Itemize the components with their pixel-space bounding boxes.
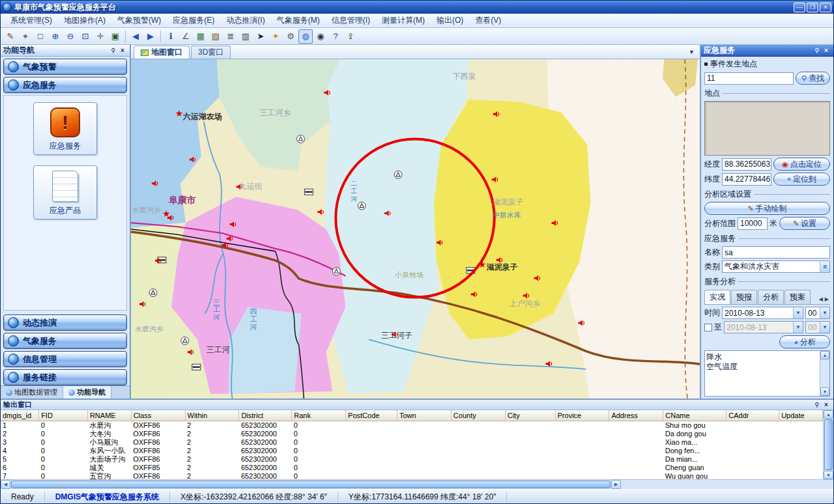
- event-location-input[interactable]: 11: [704, 72, 794, 85]
- close-icon[interactable]: ×: [118, 47, 127, 54]
- range-set-button[interactable]: ✎ 设置: [779, 217, 830, 230]
- search-button[interactable]: ⚲ 查找: [796, 72, 830, 85]
- menu-item[interactable]: 信息管理(I): [326, 13, 376, 28]
- column-header[interactable]: Provice: [555, 410, 609, 421]
- nav-group-动态推演[interactable]: 动态推演: [3, 315, 127, 331]
- end-hour-combobox[interactable]: 00 ▼: [805, 321, 830, 333]
- service-tab-预案[interactable]: 预案: [784, 290, 811, 304]
- nav-tab-功能导航[interactable]: 功能导航: [63, 386, 111, 399]
- map-tab-3D窗口[interactable]: 3D窗口: [191, 46, 231, 59]
- menu-item[interactable]: 查看(V): [469, 13, 507, 28]
- help-icon[interactable]: ?: [328, 29, 343, 44]
- zoom-out-icon[interactable]: ⊖: [63, 29, 78, 44]
- longitude-input[interactable]: 88.36255063: [722, 158, 771, 171]
- menu-item[interactable]: 气象服务(M): [271, 13, 326, 28]
- table-row[interactable]: 30小马厩沟OXFF8626523020000Xiao ma...: [1, 438, 823, 447]
- layers-icon[interactable]: ≣: [223, 29, 238, 44]
- nav-group-气象服务[interactable]: 气象服务: [3, 333, 127, 349]
- minimize-button[interactable]: —: [794, 3, 805, 12]
- listbox-scrollbar[interactable]: ▲ ▼: [820, 351, 829, 396]
- click-locate-button[interactable]: ◉ 点击定位: [773, 158, 830, 171]
- export-icon[interactable]: ⇪: [343, 29, 358, 44]
- list-item[interactable]: 空气温度: [706, 361, 818, 371]
- column-header[interactable]: RNAME: [87, 410, 131, 421]
- scroll-up-icon[interactable]: ▲: [824, 410, 833, 419]
- pin-icon[interactable]: ⚲: [109, 47, 118, 54]
- site-circle-marker-icon[interactable]: [394, 171, 402, 178]
- scroll-down-icon[interactable]: ▼: [820, 387, 829, 396]
- column-header[interactable]: CName: [663, 410, 726, 421]
- column-header[interactable]: City: [505, 410, 555, 421]
- column-header[interactable]: County: [451, 410, 505, 421]
- nav-group-气象预警[interactable]: 气象预警: [3, 59, 127, 75]
- site-circle-marker-icon[interactable]: [181, 337, 189, 344]
- pin-icon[interactable]: ⚲: [812, 47, 822, 54]
- menu-item[interactable]: 系统管理(S): [5, 13, 58, 28]
- table-row[interactable]: 50大面场子沟OXFF8626523020000Da mian...: [1, 455, 823, 464]
- end-date-combobox[interactable]: 2010-08-13 ▼: [724, 321, 803, 333]
- flag-marker-icon[interactable]: [304, 189, 313, 195]
- nav-group-信息管理[interactable]: 信息管理: [3, 351, 127, 367]
- column-header[interactable]: CAddr: [726, 410, 779, 421]
- element-listbox[interactable]: 降水空气温度 ▲ ▼: [704, 350, 830, 397]
- select-crosshair-icon[interactable]: ⌖: [18, 29, 33, 44]
- table-row[interactable]: 40东风一小队OXFF8626523020000Dong fen...: [1, 447, 823, 455]
- dropdown-icon[interactable]: ▼: [820, 322, 829, 333]
- full-extent-icon[interactable]: ▣: [108, 29, 122, 44]
- scroll-left-icon[interactable]: ◀: [1, 480, 10, 489]
- forward-arrow-icon[interactable]: ▶: [143, 29, 158, 44]
- analyze-button[interactable]: ◕ 分析: [779, 335, 830, 348]
- column-header[interactable]: Class: [131, 410, 185, 421]
- column-header[interactable]: Within: [185, 410, 239, 421]
- nav-group-应急服务[interactable]: 应急服务: [3, 77, 127, 93]
- scroll-right-icon[interactable]: ▶: [611, 480, 621, 489]
- flag-marker-icon[interactable]: [192, 364, 201, 370]
- site-circle-marker-icon[interactable]: [149, 289, 157, 297]
- measure-icon[interactable]: ∠: [179, 29, 193, 44]
- table-row[interactable]: 60城关OXFF8526523020000Cheng guan: [1, 464, 823, 472]
- goto-location-button[interactable]: ⌖ 定位到: [773, 173, 830, 186]
- menu-item[interactable]: 应急服务(E): [167, 13, 220, 28]
- map-canvas[interactable]: ★★★ 下西泉六运湖农场三工河乡九运街阜康市水磨沟乡滋泥泉子中新水库滋泥泉子小泉…: [131, 59, 700, 399]
- scroll-left-icon[interactable]: ◀: [819, 296, 823, 302]
- scroll-up-icon[interactable]: ▲: [820, 351, 829, 359]
- marquee-icon[interactable]: □: [33, 29, 48, 44]
- settings-gear-icon[interactable]: ⚙: [283, 29, 298, 44]
- column-header[interactable]: Rank: [292, 410, 346, 421]
- image-icon[interactable]: ▧: [208, 29, 223, 44]
- big-button-应急服务[interactable]: !应急服务: [33, 102, 97, 155]
- dropdown-icon[interactable]: ▼: [793, 307, 803, 318]
- column-header[interactable]: Town: [397, 410, 451, 421]
- analysis-range-input[interactable]: 10000: [738, 217, 768, 230]
- pin-icon[interactable]: ⚲: [812, 401, 822, 408]
- menu-item[interactable]: 测量计算(M): [376, 13, 431, 28]
- start-date-combobox[interactable]: 2010-08-13 ▼: [722, 307, 803, 319]
- column-header[interactable]: District: [239, 410, 292, 421]
- eye-icon[interactable]: ◉: [313, 29, 328, 44]
- star-marker-icon[interactable]: ★: [162, 208, 171, 219]
- scroll-down-icon[interactable]: ▼: [824, 471, 833, 479]
- menu-item[interactable]: 地图操作(A): [58, 13, 111, 28]
- column-header[interactable]: PostCode: [346, 410, 397, 421]
- table-row[interactable]: 70五官沟OXFF8626523020000Wu guan gou: [1, 472, 823, 480]
- latitude-input[interactable]: 44.22778446: [722, 173, 771, 186]
- column-header[interactable]: dmgis_id: [1, 410, 39, 421]
- pan-hand-icon[interactable]: ✛: [93, 29, 108, 44]
- menu-item[interactable]: 气象预警(W): [111, 13, 167, 28]
- star-marker-icon[interactable]: ★: [175, 108, 184, 119]
- site-circle-marker-icon[interactable]: [296, 135, 304, 143]
- close-icon[interactable]: ×: [822, 401, 831, 408]
- close-button[interactable]: ×: [820, 3, 831, 12]
- map-tab-地图窗口[interactable]: 地图窗口: [134, 46, 190, 59]
- column-header[interactable]: Update: [779, 410, 823, 421]
- dropdown-icon[interactable]: ▼: [820, 307, 829, 318]
- back-arrow-icon[interactable]: ◀: [128, 29, 143, 44]
- menu-item[interactable]: 动态推演(I): [220, 13, 270, 28]
- big-button-应急产品[interactable]: 应急产品: [33, 165, 97, 219]
- print-icon[interactable]: ▥: [238, 29, 253, 44]
- pointer-icon[interactable]: ➤: [253, 29, 268, 44]
- vertical-scrollbar[interactable]: ▲ ▼: [823, 410, 833, 479]
- lightbulb-icon[interactable]: ✦: [268, 29, 283, 44]
- nav-tab-地图数据管理[interactable]: 地图数据管理: [1, 386, 63, 399]
- place-listbox[interactable]: [704, 101, 830, 156]
